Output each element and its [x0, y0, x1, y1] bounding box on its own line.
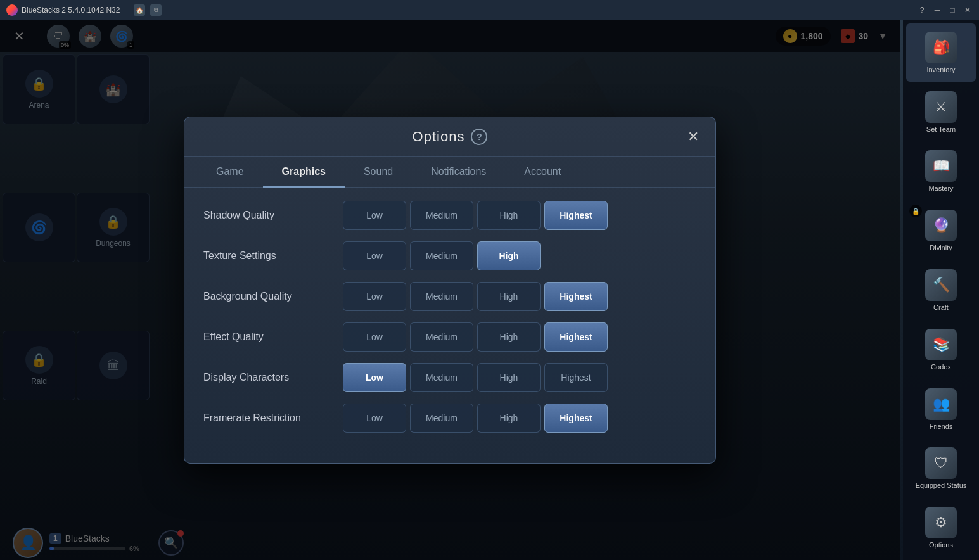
options-icon: ⚙ — [925, 507, 957, 538]
right-sidebar: 🎒 Inventory ⚔ Set Team 📖 Mastery 🔮 Divin… — [903, 20, 979, 560]
shadow-quality-row: Shadow Quality Low Medium High Highest — [203, 201, 696, 230]
display-highest-btn[interactable]: Highest — [544, 363, 608, 392]
inventory-icon: 🎒 — [925, 32, 957, 63]
window-controls: ? ─ □ ✕ — [916, 4, 979, 16]
shadow-quality-buttons: Low Medium High Highest — [343, 201, 608, 230]
options-dialog: Options ? ✕ Game Graphics Sound Notifica… — [184, 117, 716, 464]
tab-notifications[interactable]: Notifications — [412, 157, 505, 188]
dialog-content: Shadow Quality Low Medium High Highest T… — [184, 188, 715, 463]
texture-high-btn[interactable]: High — [477, 241, 541, 270]
home-icon[interactable]: 🏠 — [134, 4, 145, 16]
effect-high-btn[interactable]: High — [477, 322, 541, 352]
effect-low-btn[interactable]: Low — [343, 322, 406, 352]
sidebar-btn-divinity[interactable]: 🔮 Divinity 🔒 — [906, 201, 976, 260]
codex-label: Codex — [931, 363, 951, 371]
display-medium-btn[interactable]: Medium — [410, 363, 473, 392]
framerate-medium-btn[interactable]: Medium — [410, 404, 473, 433]
dialog-tabs: Game Graphics Sound Notifications Accoun… — [184, 157, 715, 188]
framerate-restriction-buttons: Low Medium High Highest — [343, 404, 608, 433]
sidebar-btn-friends[interactable]: 👥 Friends — [906, 380, 976, 438]
options-label: Options — [929, 541, 953, 549]
effect-quality-label: Effect Quality — [203, 331, 343, 343]
display-characters-row: Display Characters Low Medium High Highe… — [203, 363, 696, 392]
effect-highest-btn[interactable]: Highest — [544, 322, 608, 352]
shadow-high-btn[interactable]: High — [477, 201, 541, 230]
close-window-button[interactable]: ✕ — [961, 4, 974, 16]
texture-settings-buttons: Low Medium High — [343, 241, 541, 270]
tab-account[interactable]: Account — [505, 157, 580, 188]
dialog-close-button[interactable]: ✕ — [682, 126, 704, 148]
sidebar-btn-equipped-status[interactable]: 🛡 Equipped Status — [906, 439, 976, 497]
framerate-restriction-row: Framerate Restriction Low Medium High Hi… — [203, 404, 696, 433]
background-quality-row: Background Quality Low Medium High Highe… — [203, 282, 696, 311]
tab-graphics[interactable]: Graphics — [263, 157, 345, 188]
bg-medium-btn[interactable]: Medium — [410, 282, 473, 311]
shadow-medium-btn[interactable]: Medium — [410, 201, 473, 230]
divinity-lock-icon: 🔒 — [909, 205, 922, 217]
set-team-icon: ⚔ — [925, 91, 957, 123]
texture-settings-label: Texture Settings — [203, 250, 343, 262]
set-team-label: Set Team — [926, 125, 956, 133]
sidebar-btn-inventory[interactable]: 🎒 Inventory — [906, 23, 976, 82]
texture-low-btn[interactable]: Low — [343, 241, 406, 270]
tab-game[interactable]: Game — [197, 157, 263, 188]
divinity-icon: 🔮 — [925, 210, 957, 241]
display-low-btn[interactable]: Low — [343, 363, 406, 392]
sidebar-btn-options[interactable]: ⚙ Options — [906, 499, 976, 557]
shadow-quality-label: Shadow Quality — [203, 210, 343, 221]
logo-icon — [6, 4, 18, 16]
texture-medium-btn[interactable]: Medium — [410, 241, 473, 270]
background-quality-buttons: Low Medium High Highest — [343, 282, 608, 311]
equipped-status-icon: 🛡 — [925, 447, 957, 479]
friends-label: Friends — [930, 423, 953, 430]
craft-icon: 🔨 — [925, 269, 957, 301]
effect-quality-buttons: Low Medium High Highest — [343, 322, 608, 352]
dialog-header: Options ? ✕ — [184, 117, 715, 157]
friends-icon: 👥 — [925, 388, 957, 420]
background-quality-label: Background Quality — [203, 291, 343, 302]
app-title: BlueStacks 2 5.4.0.1042 N32 — [22, 6, 120, 15]
framerate-restriction-label: Framerate Restriction — [203, 412, 343, 424]
codex-icon: 📚 — [925, 329, 957, 360]
framerate-high-btn[interactable]: High — [477, 404, 541, 433]
shadow-highest-btn[interactable]: Highest — [544, 201, 608, 230]
dialog-help-button[interactable]: ? — [471, 129, 487, 145]
sidebar-btn-craft[interactable]: 🔨 Craft — [906, 261, 976, 319]
tab-sound[interactable]: Sound — [345, 157, 412, 188]
maximize-button[interactable]: □ — [946, 4, 959, 16]
sidebar-btn-mastery[interactable]: 📖 Mastery — [906, 143, 976, 201]
inventory-label: Inventory — [926, 66, 955, 73]
mastery-icon: 📖 — [925, 150, 957, 182]
equipped-status-label: Equipped Status — [916, 481, 967, 489]
minimize-button[interactable]: ─ — [931, 4, 944, 16]
texture-settings-row: Texture Settings Low Medium High — [203, 241, 696, 270]
mastery-label: Mastery — [928, 184, 953, 192]
help-button[interactable]: ? — [916, 4, 928, 16]
bg-low-btn[interactable]: Low — [343, 282, 406, 311]
app-logo: BlueStacks 2 5.4.0.1042 N32 — [0, 4, 126, 16]
copy-icon[interactable]: ⧉ — [150, 4, 162, 16]
sidebar-btn-set-team[interactable]: ⚔ Set Team — [906, 83, 976, 141]
title-bar: BlueStacks 2 5.4.0.1042 N32 🏠 ⧉ ? ─ □ ✕ — [0, 0, 979, 20]
display-characters-buttons: Low Medium High Highest — [343, 363, 608, 392]
effect-medium-btn[interactable]: Medium — [410, 322, 473, 352]
bg-highest-btn[interactable]: Highest — [544, 282, 608, 311]
display-high-btn[interactable]: High — [477, 363, 541, 392]
framerate-low-btn[interactable]: Low — [343, 404, 406, 433]
dialog-title: Options — [413, 129, 465, 145]
sidebar-btn-codex[interactable]: 📚 Codex — [906, 321, 976, 379]
title-bar-icons: 🏠 ⧉ — [134, 4, 162, 16]
craft-label: Craft — [933, 303, 949, 311]
dialog-overlay: Options ? ✕ Game Graphics Sound Notifica… — [0, 20, 900, 560]
shadow-low-btn[interactable]: Low — [343, 201, 406, 230]
framerate-highest-btn[interactable]: Highest — [544, 404, 608, 433]
effect-quality-row: Effect Quality Low Medium High Highest — [203, 322, 696, 352]
display-characters-label: Display Characters — [203, 372, 343, 383]
bg-high-btn[interactable]: High — [477, 282, 541, 311]
divinity-label: Divinity — [930, 244, 952, 251]
